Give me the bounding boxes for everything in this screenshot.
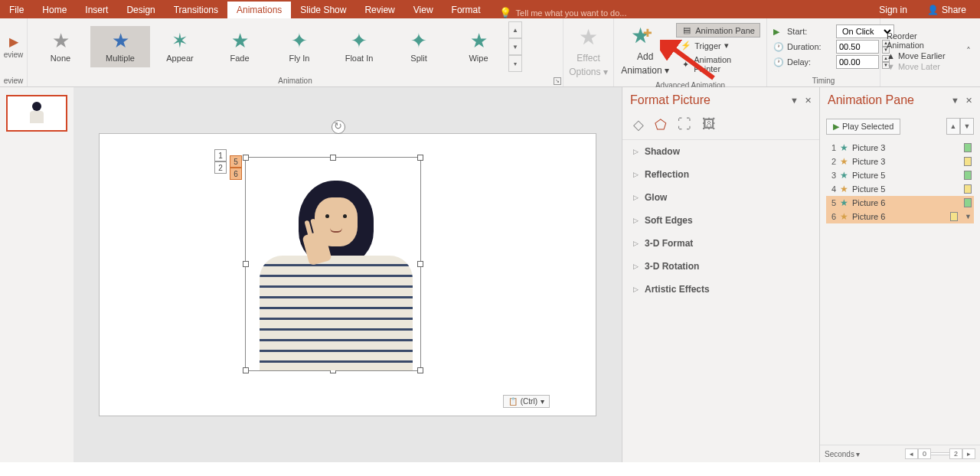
resize-handle-bl[interactable] xyxy=(243,367,249,373)
clipboard-icon: 📋 xyxy=(508,397,518,406)
move-earlier-button[interactable]: ▲Move Earlier xyxy=(887,51,954,60)
resize-handle-ml[interactable] xyxy=(243,261,249,267)
anim-list-item[interactable]: 2★Picture 3 xyxy=(826,155,974,168)
chevron-right-icon: ▷ xyxy=(633,217,639,224)
gallery-down[interactable]: ▼ xyxy=(508,38,522,55)
panel-close[interactable]: ✕ xyxy=(965,96,972,106)
play-icon: ▶ xyxy=(833,122,839,132)
anim-list-item[interactable]: 1★Picture 3 xyxy=(826,141,974,155)
animation-launcher[interactable]: ↘ xyxy=(554,77,561,85)
anim-order: 6 xyxy=(828,212,836,221)
duration-input[interactable] xyxy=(836,40,879,54)
gallery-up[interactable]: ▲ xyxy=(508,21,522,38)
anim-target-name: Picture 6 xyxy=(852,212,946,221)
fill-line-icon[interactable]: ◇ xyxy=(633,116,644,133)
anim-list-item[interactable]: 4★Picture 5 xyxy=(826,182,974,196)
bulb-icon: 💡 xyxy=(499,7,511,18)
tell-me-search[interactable]: 💡 Tell me what you want to do... xyxy=(499,7,627,18)
anim-list-item[interactable]: 3★Picture 5 xyxy=(826,168,974,182)
panel-options[interactable]: ▼ xyxy=(790,96,799,106)
timeline-seconds[interactable]: Seconds▾ xyxy=(825,450,860,458)
anim-multiple[interactable]: ★Multiple xyxy=(90,26,150,67)
picture-icon[interactable]: 🖼 xyxy=(702,116,716,133)
picture-selection[interactable] xyxy=(245,157,421,371)
effects-icon[interactable]: ⬠ xyxy=(655,116,667,133)
resize-handle-tm[interactable] xyxy=(330,155,336,161)
fmt-soft-edges[interactable]: ▷Soft Edges xyxy=(622,209,819,232)
size-props-icon[interactable]: ⛶ xyxy=(678,116,691,133)
anim-flyin[interactable]: ✦Fly In xyxy=(270,26,329,67)
order-up[interactable]: ▲ xyxy=(946,118,960,135)
anim-appear[interactable]: ✶Appear xyxy=(150,26,210,67)
chevron-down-icon: ▾ xyxy=(856,450,860,458)
tl-prev[interactable]: ◂ xyxy=(905,448,918,459)
slide-canvas[interactable]: 12 56 📋 (Ctrl xyxy=(99,133,596,416)
panel-close[interactable]: ✕ xyxy=(805,96,812,106)
animation-painter-button[interactable]: ✦Animation Painter xyxy=(676,54,760,75)
resize-handle-tr[interactable] xyxy=(417,155,423,161)
chevron-down-icon[interactable]: ▼ xyxy=(965,213,972,220)
fmt-3d-format[interactable]: ▷3-D Format xyxy=(622,232,819,255)
preview-icon: ▶ xyxy=(9,34,18,49)
fmt-3d-rotation[interactable]: ▷3-D Rotation xyxy=(622,255,819,278)
trigger-button[interactable]: ⚡Trigger ▾ xyxy=(676,39,760,52)
fmt-artistic[interactable]: ▷Artistic Effects xyxy=(622,278,819,301)
animation-group-label: Animation xyxy=(28,75,563,86)
add-animation-button[interactable]: ★✚ Add Animation ▾ xyxy=(617,23,673,76)
paste-options[interactable]: 📋 (Ctrl) ▾ xyxy=(503,395,550,408)
tab-review[interactable]: Review xyxy=(355,2,403,18)
tab-view[interactable]: View xyxy=(404,2,443,18)
preview-group-label: eview xyxy=(0,75,27,86)
star-icon: ★ xyxy=(112,31,129,51)
fmt-glow[interactable]: ▷Glow xyxy=(622,186,819,209)
rotate-handle[interactable] xyxy=(332,120,345,134)
gallery-more[interactable]: ▾ xyxy=(508,55,522,72)
anim-none[interactable]: ★None xyxy=(31,26,90,67)
anim-tag-6[interactable]: 6 xyxy=(230,168,242,180)
tab-insert[interactable]: Insert xyxy=(76,2,117,18)
anim-floatin[interactable]: ✦Float In xyxy=(329,26,389,67)
anim-tag-5[interactable]: 5 xyxy=(230,155,242,168)
anim-split[interactable]: ✦Split xyxy=(389,26,449,67)
tab-format[interactable]: Format xyxy=(443,2,490,18)
animation-list: 1★Picture 32★Picture 33★Picture 54★Pictu… xyxy=(820,139,980,445)
fmt-shadow[interactable]: ▷Shadow xyxy=(622,140,819,163)
share-button[interactable]: 👤 Share xyxy=(921,2,972,18)
add-animation-icon: ★✚ xyxy=(631,23,659,48)
order-down[interactable]: ▼ xyxy=(960,118,974,135)
anim-tag-1[interactable]: 1 xyxy=(214,149,227,161)
anim-target-name: Picture 6 xyxy=(852,198,960,207)
animation-pane-button[interactable]: ▤Animation Pane xyxy=(676,23,760,37)
animation-number-tags: 12 56 xyxy=(214,149,242,180)
star-icon: ✦ xyxy=(291,31,308,51)
anim-fade[interactable]: ★Fade xyxy=(210,26,270,67)
resize-handle-mr[interactable] xyxy=(417,261,423,267)
preview-button[interactable]: ▶ eview xyxy=(0,34,28,59)
anim-order: 1 xyxy=(828,143,836,152)
play-selected-button[interactable]: ▶Play Selected xyxy=(826,119,900,135)
pane-icon: ▤ xyxy=(681,25,692,35)
panel-options[interactable]: ▼ xyxy=(951,96,959,106)
tab-transitions[interactable]: Transitions xyxy=(165,2,227,18)
chevron-right-icon: ▷ xyxy=(633,148,639,155)
anim-list-item[interactable]: 5★Picture 6 xyxy=(826,196,974,210)
anim-wipe[interactable]: ★Wipe xyxy=(449,26,508,67)
resize-handle-tl[interactable] xyxy=(243,155,249,161)
tab-home[interactable]: Home xyxy=(33,2,76,18)
fmt-reflection[interactable]: ▷Reflection xyxy=(622,163,819,186)
anim-duration-bar xyxy=(964,171,972,180)
anim-tag-2[interactable]: 2 xyxy=(214,161,227,174)
tab-file[interactable]: File xyxy=(0,2,33,18)
signin-button[interactable]: Sign in xyxy=(873,2,913,18)
tab-slideshow[interactable]: Slide Show xyxy=(291,2,355,18)
resize-handle-br[interactable] xyxy=(417,367,423,373)
tab-animations[interactable]: Animations xyxy=(227,2,291,18)
move-later-button: ▼Move Later xyxy=(887,62,954,71)
workspace: 12 56 📋 (Ctrl xyxy=(0,87,980,462)
slide-thumb-1[interactable] xyxy=(6,95,67,132)
anim-list-item[interactable]: 6★Picture 6▼ xyxy=(826,210,974,223)
collapse-ribbon[interactable]: ˄ xyxy=(960,43,977,60)
tab-design[interactable]: Design xyxy=(117,2,164,18)
tl-next[interactable]: ▸ xyxy=(962,448,975,459)
delay-input[interactable] xyxy=(836,55,879,69)
